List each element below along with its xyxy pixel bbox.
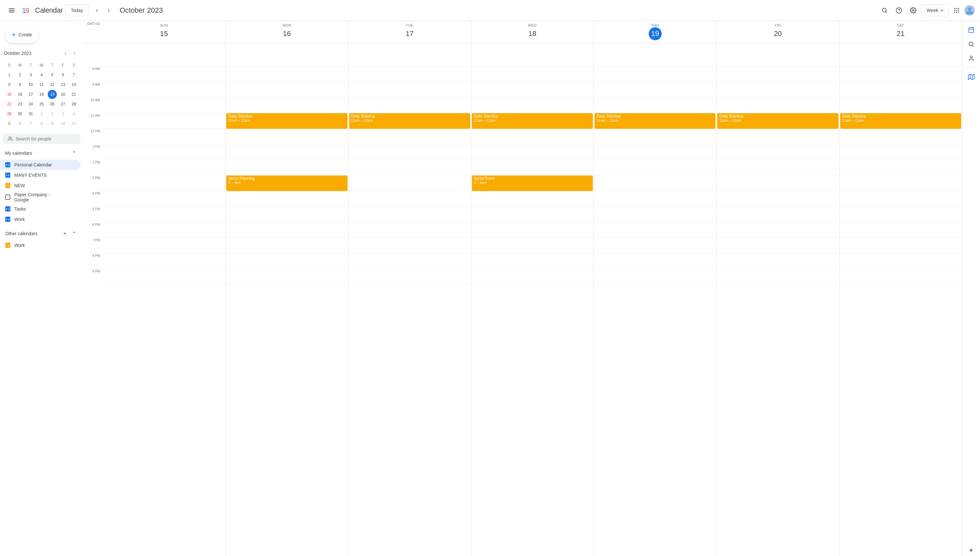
mini-cal-day-nov-9[interactable]: 9: [48, 119, 57, 128]
hour-7am-wed[interactable]: [471, 51, 593, 66]
hour-9pm-mon[interactable]: [226, 269, 348, 284]
hour-10am-thu[interactable]: [594, 98, 716, 113]
hour-9pm-sat[interactable]: [839, 269, 962, 284]
search-button[interactable]: [878, 4, 891, 17]
hour-2pm-wed[interactable]: [471, 160, 593, 176]
hour-9pm-tue[interactable]: [349, 269, 471, 284]
hour-2pm-sat[interactable]: [839, 160, 962, 176]
hour-9pm-sun[interactable]: [102, 269, 225, 284]
mini-cal-day-10[interactable]: 10: [26, 80, 36, 89]
hour-11am-sun[interactable]: [102, 113, 225, 129]
right-panel-calendar-icon[interactable]: [965, 23, 978, 36]
mini-cal-day-6[interactable]: 6: [58, 70, 68, 79]
view-selector[interactable]: Week: [921, 5, 949, 16]
hour-8am-fri[interactable]: [716, 66, 839, 82]
mini-cal-day-4[interactable]: 4: [37, 70, 46, 79]
hour-9pm-wed[interactable]: [471, 269, 593, 284]
other-calendars-add[interactable]: +: [61, 230, 69, 238]
event-sprint-retro-wed[interactable]: Sprint Retro 3 – 4pm: [472, 176, 593, 191]
cal-item-work[interactable]: ✓ Work ⋮: [0, 214, 81, 225]
hour-8am-sat[interactable]: [839, 66, 962, 82]
hour-9am-sun[interactable]: [102, 82, 225, 98]
hour-10am-sat[interactable]: [839, 98, 962, 113]
mini-cal-day-16[interactable]: 16: [16, 90, 25, 99]
hour-8pm-sat[interactable]: [839, 253, 962, 269]
hour-7pm-fri[interactable]: [716, 238, 839, 253]
hour-9am-thu[interactable]: [594, 82, 716, 98]
mini-cal-day-nov-1[interactable]: 1: [37, 109, 46, 118]
hour-6pm-thu[interactable]: [594, 222, 716, 238]
hour-4pm-wed[interactable]: [471, 191, 593, 207]
mini-cal-day-11[interactable]: 11: [37, 80, 46, 89]
hour-1pm-wed[interactable]: [471, 144, 593, 160]
mini-cal-day-nov-10[interactable]: 10: [58, 119, 68, 128]
hour-3pm-thu[interactable]: [594, 176, 716, 191]
hour-7pm-wed[interactable]: [471, 238, 593, 253]
mini-cal-day-7[interactable]: 7: [69, 70, 78, 79]
mini-cal-day-17[interactable]: 17: [26, 90, 36, 99]
hour-7am-mon[interactable]: [226, 51, 348, 66]
menu-button[interactable]: [5, 4, 18, 17]
mini-cal-day-8[interactable]: 8: [5, 80, 14, 89]
cal-item-other-work[interactable]: ✓ Work ⋮: [0, 240, 81, 251]
mini-cal-day-25[interactable]: 25: [37, 100, 46, 109]
mini-cal-day-5[interactable]: 5: [48, 70, 57, 79]
other-calendars-header[interactable]: Other calendars + ⌃: [0, 227, 83, 240]
hour-5pm-thu[interactable]: [594, 207, 716, 222]
hour-1pm-fri[interactable]: [716, 144, 839, 160]
hour-8am-wed[interactable]: [471, 66, 593, 82]
hour-8pm-thu[interactable]: [594, 253, 716, 269]
mini-cal-day-nov-4[interactable]: 4: [69, 109, 78, 118]
hour-8pm-sun[interactable]: [102, 253, 225, 269]
hour-6pm-sat[interactable]: [839, 222, 962, 238]
hour-7pm-sun[interactable]: [102, 238, 225, 253]
hour-9am-tue[interactable]: [349, 82, 471, 98]
help-button[interactable]: [893, 4, 906, 17]
mini-cal-day-26[interactable]: 26: [48, 100, 57, 109]
search-people[interactable]: Search for people: [3, 134, 81, 144]
hour-2pm-sun[interactable]: [102, 160, 225, 176]
apps-button[interactable]: [950, 4, 963, 17]
hour-3pm-sun[interactable]: [102, 176, 225, 191]
hour-10am-tue[interactable]: [349, 98, 471, 113]
event-daily-standup-sat[interactable]: Daily Standup 11am – 12pm: [840, 113, 961, 129]
mini-cal-day-20[interactable]: 20: [58, 90, 68, 99]
mini-cal-day-3[interactable]: 3: [26, 70, 36, 79]
cal-item-paper-company[interactable]: Paper Company - Google ⋮: [0, 191, 81, 204]
hour-6pm-mon[interactable]: [226, 222, 348, 238]
hour-9pm-thu[interactable]: [594, 269, 716, 284]
hour-4pm-thu[interactable]: [594, 191, 716, 207]
hour-10am-fri[interactable]: [716, 98, 839, 113]
hour-8pm-fri[interactable]: [716, 253, 839, 269]
hour-9am-mon[interactable]: [226, 82, 348, 98]
mini-cal-day-nov-5[interactable]: 5: [5, 119, 14, 128]
hour-8pm-wed[interactable]: [471, 253, 593, 269]
mini-cal-day-nov-8[interactable]: 8: [37, 119, 46, 128]
mini-cal-day-15[interactable]: 15: [5, 90, 14, 99]
event-daily-standup-thu[interactable]: Daily Standup 11am – 12pm: [595, 113, 716, 129]
hour-2pm-thu[interactable]: [594, 160, 716, 176]
hour-1pm-tue[interactable]: [349, 144, 471, 160]
hour-8am-mon[interactable]: [226, 66, 348, 82]
hour-9am-sat[interactable]: [839, 82, 962, 98]
hour-7am-fri[interactable]: [716, 51, 839, 66]
hour-10am-sun[interactable]: [102, 98, 225, 113]
hour-4pm-sat[interactable]: [839, 191, 962, 207]
hour-2pm-tue[interactable]: [349, 160, 471, 176]
hour-12pm-fri[interactable]: [716, 129, 839, 144]
hour-5pm-fri[interactable]: [716, 207, 839, 222]
event-daily-standup-mon[interactable]: Daily Standup 11am – 12pm: [226, 113, 347, 129]
mini-cal-day-13[interactable]: 13: [58, 80, 68, 89]
settings-button[interactable]: [907, 4, 920, 17]
mini-next-button[interactable]: ›: [70, 48, 79, 58]
hour-2pm-mon[interactable]: [226, 160, 348, 176]
mini-cal-day-27[interactable]: 27: [58, 100, 68, 109]
cal-item-many-events[interactable]: ✓ MANY EVENTS ⋮: [0, 170, 81, 180]
hour-3pm-tue[interactable]: [349, 176, 471, 191]
hour-8pm-mon[interactable]: [226, 253, 348, 269]
hour-7am-thu[interactable]: [594, 51, 716, 66]
next-period-button[interactable]: ›: [103, 5, 115, 16]
hour-2pm-fri[interactable]: [716, 160, 839, 176]
add-button[interactable]: +: [965, 544, 977, 556]
hour-6pm-fri[interactable]: [716, 222, 839, 238]
